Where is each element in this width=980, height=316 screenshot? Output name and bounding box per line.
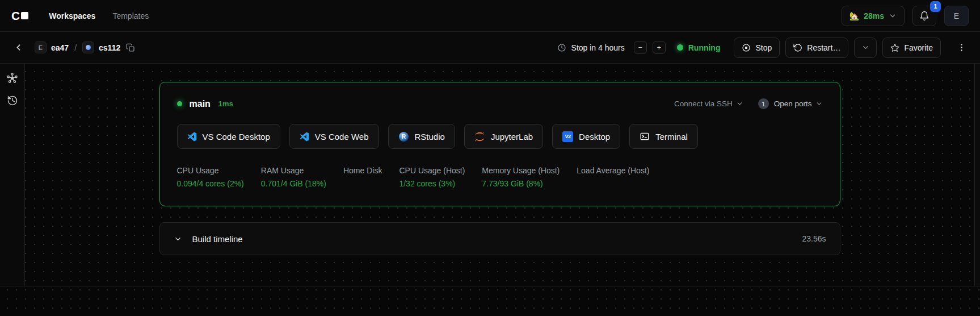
agent-card: main 1ms Connect via SSH 1 Open ports (159, 82, 840, 206)
stop-button[interactable]: Stop (734, 38, 780, 58)
app-rstudio-button[interactable]: R RStudio (388, 124, 455, 149)
metadata-label: RAM Usage (261, 166, 326, 175)
metadata-ram-usage: RAM Usage 0.701/4 GiB (18%) (261, 166, 326, 189)
desktop-icon: V2 (562, 131, 573, 142)
agent-latency: 1ms (218, 99, 233, 108)
open-ports-label: Open ports (774, 99, 812, 108)
kebab-menu-icon (957, 43, 966, 52)
metadata-value: 7.73/93 GiB (8%) (482, 179, 560, 189)
sidebar-item-resources[interactable] (3, 68, 22, 88)
workspace-status: Running (677, 43, 721, 52)
running-status-label: Running (688, 43, 721, 52)
metadata-value: 0.701/4 GiB (18%) (261, 179, 326, 189)
back-button[interactable] (11, 40, 26, 55)
metadata-label: CPU Usage (177, 166, 244, 175)
agent-status-dot (177, 101, 182, 106)
agent-metadata-row: CPU Usage 0.094/4 cores (2%) RAM Usage 0… (177, 166, 823, 189)
stop-button-label: Stop (755, 43, 772, 52)
topnav-right: 🏡 28ms 1 E (842, 6, 969, 26)
app-label: VS Code Desktop (203, 132, 270, 142)
clock-icon (557, 43, 566, 52)
app-label: VS Code Web (315, 132, 369, 142)
latency-value: 28ms (864, 11, 884, 20)
workspace-content-area: main 1ms Connect via SSH 1 Open ports (0, 64, 980, 315)
open-ports-count-badge: 1 (758, 98, 769, 109)
user-avatar[interactable]: E (944, 6, 969, 26)
connect-ssh-dropdown[interactable]: Connect via SSH (674, 99, 743, 108)
nav-templates[interactable]: Templates (112, 11, 149, 20)
agent-header: main 1ms Connect via SSH 1 Open ports (177, 98, 823, 109)
top-nav: C Workspaces Templates 🏡 28ms 1 E (0, 0, 980, 32)
open-ports-dropdown[interactable]: 1 Open ports (758, 98, 823, 109)
bell-icon (919, 11, 929, 21)
copy-workspace-name-button[interactable] (125, 42, 136, 53)
left-sidebar (0, 64, 25, 286)
chevron-down-icon (736, 100, 743, 107)
app-terminal-button[interactable]: Terminal (629, 124, 698, 149)
chevron-down-icon (174, 235, 182, 243)
restart-button[interactable]: Restart… (785, 38, 848, 58)
copy-icon (126, 43, 135, 52)
region-emoji-icon: 🏡 (849, 11, 859, 20)
main-panel: main 1ms Connect via SSH 1 Open ports (25, 64, 974, 315)
agent-apps-row: VS Code Desktop VS Code Web R (177, 124, 823, 149)
rstudio-icon-letter: R (401, 134, 406, 140)
metadata-load-average-host: Load Average (Host) (577, 166, 649, 189)
agent-header-actions: Connect via SSH 1 Open ports (674, 98, 823, 109)
metadata-memory-usage-host: Memory Usage (Host) 7.73/93 GiB (8%) (482, 166, 560, 189)
build-duration: 23.56s (802, 234, 826, 243)
build-timeline-accordion[interactable]: Build timeline 23.56s (159, 222, 840, 255)
nav-workspaces[interactable]: Workspaces (49, 11, 95, 20)
owner-name[interactable]: ea47 (51, 43, 69, 52)
chevron-down-icon (889, 12, 897, 20)
app-label: RStudio (415, 132, 445, 142)
metadata-home-disk: Home Disk (343, 166, 382, 189)
workspace-icon (82, 41, 94, 53)
jupyterlab-icon (474, 131, 485, 142)
autostop-label: Stop in 4 hours (571, 43, 625, 52)
history-clock-icon (7, 95, 18, 106)
latency-button[interactable]: 🏡 28ms (842, 6, 905, 26)
increase-autostop-button[interactable]: + (653, 41, 666, 54)
coder-logo-square (21, 12, 28, 19)
sidebar-item-history[interactable] (3, 91, 22, 110)
app-desktop-button[interactable]: V2 Desktop (552, 124, 620, 149)
rstudio-icon: R (398, 131, 409, 142)
notifications-badge: 1 (930, 1, 941, 12)
app-jupyterlab-button[interactable]: JupyterLab (464, 124, 543, 149)
app-label: JupyterLab (491, 132, 533, 142)
resources-hub-icon (6, 72, 18, 84)
metadata-value: 1/32 cores (3%) (399, 179, 465, 189)
favorite-button[interactable]: Favorite (882, 38, 941, 58)
metadata-value: 0.094/4 cores (2%) (177, 179, 244, 189)
agent-name: main (190, 99, 211, 109)
stop-icon (742, 43, 751, 52)
metadata-value (343, 179, 382, 189)
breadcrumb: E ea47 / cs112 (35, 41, 136, 53)
build-options-dropdown-button[interactable] (854, 38, 877, 58)
terminal-icon (640, 131, 650, 142)
workspace-status-dot (86, 45, 91, 50)
coder-logo[interactable]: C (11, 10, 28, 22)
more-options-button[interactable] (954, 40, 969, 55)
vscode-icon (300, 132, 309, 142)
chevron-left-icon (14, 43, 23, 52)
favorite-button-label: Favorite (904, 43, 933, 52)
app-label: Terminal (655, 132, 688, 142)
workspace-name[interactable]: cs112 (99, 43, 120, 52)
restart-icon (793, 43, 802, 52)
app-label: Desktop (579, 132, 610, 142)
breadcrumb-separator: / (74, 43, 77, 52)
scrollbar-track[interactable] (974, 64, 980, 286)
app-vscode-web-button[interactable]: VS Code Web (289, 124, 379, 149)
app-vscode-desktop-button[interactable]: VS Code Desktop (177, 124, 280, 149)
workspace-bar: E ea47 / cs112 Stop in 4 hours − + Runni… (0, 32, 980, 64)
owner-avatar: E (35, 41, 47, 53)
star-icon (890, 43, 899, 52)
decrease-autostop-button[interactable]: − (634, 41, 647, 54)
autostop-schedule: Stop in 4 hours (557, 43, 625, 52)
chevron-down-icon (815, 100, 823, 107)
connect-ssh-label: Connect via SSH (674, 99, 733, 108)
metadata-value (577, 179, 649, 189)
restart-button-label: Restart… (807, 43, 840, 52)
